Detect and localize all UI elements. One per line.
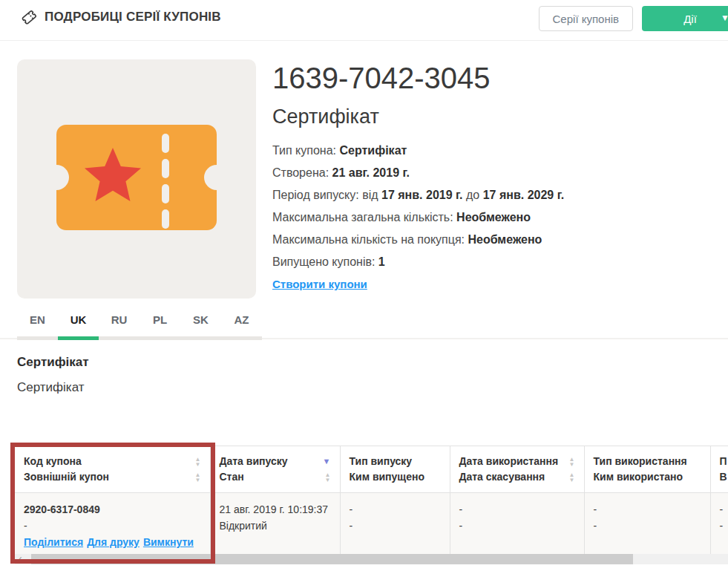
- caret-down-icon: ▼: [721, 13, 728, 23]
- cell-issue-type: - -: [340, 493, 450, 555]
- col-label: Зовнішній купон: [24, 469, 109, 485]
- table-row: 2920-6317-0849 - ПоділитисяДля друкуВимк…: [15, 493, 728, 555]
- col-label: Дата використання: [459, 454, 559, 469]
- detail-issued-count: Випущено купонів: 1: [272, 251, 718, 273]
- col-label: Ким використано: [594, 469, 683, 485]
- chevron-left-icon: ‹: [19, 552, 22, 564]
- detail-coupon-type: Тип купона: Сертифікат: [272, 140, 718, 162]
- coupon-type-title: Сертифікат: [272, 104, 718, 129]
- issue-type-value: -: [350, 501, 441, 518]
- detail-max-total: Максимальна загальна кількість: Необмеже…: [272, 206, 718, 229]
- col-label: П: [720, 454, 727, 469]
- coupon-ticket-image: [56, 125, 217, 233]
- coupon-series-button[interactable]: Серії купонів: [539, 6, 633, 31]
- row-actions: ПоділитисяДля друкуВимкнути: [24, 534, 201, 550]
- create-coupons-link[interactable]: Створити купони: [272, 278, 367, 290]
- page-title-label: ПОДРОБИЦІ СЕРІЇ КУПОНІВ: [45, 10, 221, 25]
- share-link[interactable]: Поділитися: [24, 536, 83, 548]
- col-coupon-code: Код купона ▲▼ Зовнішній купон ▲▼: [15, 446, 210, 493]
- detail-created: Створена: 21 авг. 2019 г.: [272, 162, 718, 184]
- col-issue-type: Тип випуску Ким випущено: [340, 446, 450, 493]
- tab-pl[interactable]: PL: [140, 313, 180, 336]
- external-coupon-value: -: [24, 518, 201, 534]
- print-link[interactable]: Для друку: [87, 536, 140, 548]
- table-header-row: Код купона ▲▼ Зовнішній купон ▲▼ Дата ви…: [15, 446, 728, 493]
- clipped-value: -: [720, 501, 728, 518]
- col-label: Дата скасування: [459, 469, 545, 485]
- cell-use-date: - -: [450, 493, 584, 555]
- actions-button[interactable]: Дії ▼: [642, 6, 728, 31]
- cancel-date-value: -: [459, 518, 575, 534]
- sort-external-coupon-icon[interactable]: ▲▼: [195, 472, 201, 483]
- language-tabs: EN UK RU PL SK AZ: [17, 313, 262, 336]
- cell-issue-date: 21 авг. 2019 г. 10:19:37 Відкритий: [210, 493, 340, 555]
- coupon-code-value: 2920-6317-0849: [24, 501, 201, 518]
- ticket-icon: [21, 9, 37, 25]
- cell-use-type: - -: [584, 493, 710, 555]
- used-by-value: -: [594, 518, 701, 534]
- issue-date-value: 21 авг. 2019 г. 10:19:37: [220, 501, 331, 518]
- disable-link[interactable]: Вимкнути: [143, 536, 194, 548]
- tab-ru[interactable]: RU: [99, 313, 140, 336]
- col-use-type: Тип використання Ким використано: [584, 446, 710, 493]
- col-label: Ким випущено: [350, 469, 424, 485]
- cell-clipped: - -: [710, 493, 728, 555]
- actions-button-label: Дії: [683, 13, 697, 25]
- state-value: Відкритий: [220, 518, 331, 534]
- translation-title: Сертифікат: [17, 355, 89, 370]
- sort-use-date-icon[interactable]: ▲▼: [569, 457, 575, 467]
- use-type-value: -: [594, 501, 701, 518]
- use-date-value: -: [459, 501, 575, 518]
- tab-en[interactable]: EN: [17, 313, 58, 336]
- tab-uk[interactable]: UK: [58, 313, 99, 336]
- active-tab-indicator: [58, 336, 99, 340]
- translation-subtitle: Сертифікат: [17, 380, 85, 395]
- coupons-table: Код купона ▲▼ Зовнішній купон ▲▼ Дата ви…: [15, 446, 728, 554]
- col-label: Стан: [220, 469, 244, 485]
- detail-max-per-customer: Максимальна кількість на покупця: Необме…: [272, 229, 718, 251]
- col-clipped: П В: [710, 446, 728, 493]
- col-label: Код купона: [24, 454, 82, 469]
- col-label: Тип випуску: [350, 454, 413, 469]
- issued-by-value: -: [350, 518, 441, 534]
- sort-cancel-date-icon[interactable]: ▲▼: [569, 472, 575, 483]
- tab-az[interactable]: AZ: [221, 313, 262, 336]
- detail-issue-period: Період випуску: від 17 янв. 2019 г. до 1…: [272, 184, 718, 206]
- col-use-date: Дата використання ▲▼ Дата скасування ▲▼: [450, 446, 584, 493]
- coupon-image-card: [17, 59, 256, 299]
- col-label: В: [720, 469, 727, 485]
- col-label: Дата випуску: [220, 454, 288, 469]
- cell-coupon-code: 2920-6317-0849 - ПоділитисяДля друкуВимк…: [15, 493, 210, 555]
- coupon-series-details-page: ПОДРОБИЦІ СЕРІЇ КУПОНІВ Серії купонів Ді…: [0, 0, 728, 574]
- clipped-value: -: [720, 518, 728, 534]
- page-header: ПОДРОБИЦІ СЕРІЇ КУПОНІВ Серії купонів Ді…: [0, 0, 728, 41]
- col-issue-date: Дата випуску ▼ Стан ▲▼: [210, 446, 340, 493]
- coupon-detail-lines: Тип купона: Сертифікат Створена: 21 авг.…: [272, 140, 718, 273]
- coupon-code-title: 1639-7042-3045: [272, 61, 718, 95]
- sort-issue-date-active-icon[interactable]: ▼: [323, 457, 331, 466]
- horizontal-scrollbar[interactable]: ‹: [15, 554, 728, 564]
- page-title: ПОДРОБИЦІ СЕРІЇ КУПОНІВ: [21, 9, 221, 25]
- col-label: Тип використання: [594, 454, 687, 469]
- tab-track: [17, 336, 262, 340]
- tab-sk[interactable]: SK: [180, 313, 221, 336]
- coupon-details: 1639-7042-3045 Сертифікат Тип купона: Се…: [272, 61, 718, 291]
- sort-coupon-code-icon[interactable]: ▲▼: [195, 457, 201, 467]
- scrollbar-thumb[interactable]: [31, 554, 633, 564]
- sort-state-icon[interactable]: ▲▼: [325, 472, 331, 483]
